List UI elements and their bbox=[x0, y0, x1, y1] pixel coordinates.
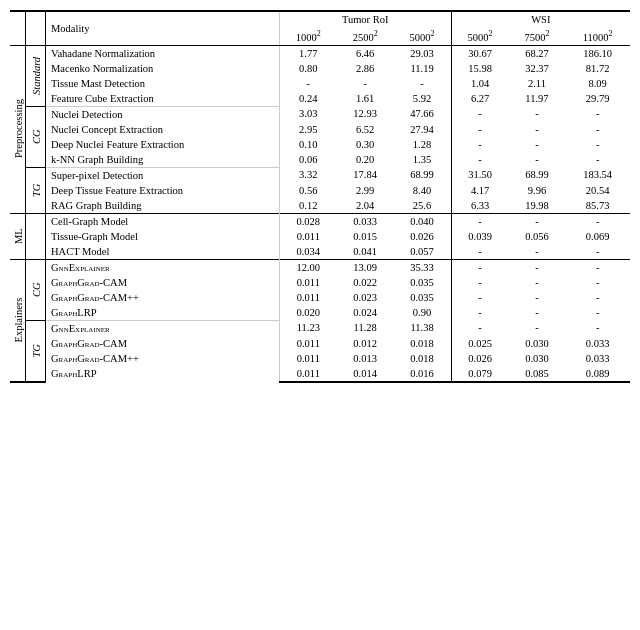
data-cell: 2.95 bbox=[279, 122, 337, 137]
row-name: Cell-Graph Model bbox=[46, 213, 280, 229]
data-cell: - bbox=[565, 137, 630, 152]
data-cell: 0.90 bbox=[394, 305, 452, 321]
data-cell: 0.035 bbox=[394, 275, 452, 290]
data-cell: 0.026 bbox=[394, 229, 452, 244]
data-cell: - bbox=[451, 244, 509, 260]
data-cell: - bbox=[509, 259, 566, 275]
data-cell: - bbox=[509, 122, 566, 137]
data-cell: 0.026 bbox=[451, 351, 509, 366]
data-cell: - bbox=[337, 76, 394, 91]
data-cell: - bbox=[565, 244, 630, 260]
data-cell: 0.10 bbox=[279, 137, 337, 152]
data-cell: 0.085 bbox=[509, 366, 566, 382]
data-cell: 32.37 bbox=[509, 61, 566, 76]
section-label-ml: ML bbox=[10, 213, 26, 259]
data-cell: 19.98 bbox=[509, 198, 566, 214]
row-name: Deep Nuclei Feature Extraction bbox=[46, 137, 280, 152]
data-cell: 30.67 bbox=[451, 45, 509, 61]
group-label-Standard: Standard bbox=[26, 45, 46, 106]
data-cell: 0.056 bbox=[509, 229, 566, 244]
data-cell: 35.33 bbox=[394, 259, 452, 275]
data-cell: 0.069 bbox=[565, 229, 630, 244]
section-label-explainers: Explainers bbox=[10, 259, 26, 382]
data-cell: - bbox=[451, 213, 509, 229]
data-cell: 6.46 bbox=[337, 45, 394, 61]
header-wsi-size-2: 75002 bbox=[509, 27, 566, 45]
row-name: Feature Cube Extraction bbox=[46, 91, 280, 107]
data-cell: - bbox=[565, 213, 630, 229]
data-cell: - bbox=[451, 259, 509, 275]
data-cell: 0.016 bbox=[394, 366, 452, 382]
row-name: Super-pixel Detection bbox=[46, 167, 280, 183]
data-cell: 8.40 bbox=[394, 183, 452, 198]
header-wsi-size-1: 50002 bbox=[451, 27, 509, 45]
data-cell: - bbox=[451, 137, 509, 152]
data-cell: 0.020 bbox=[279, 305, 337, 321]
group-label-TG: TG bbox=[26, 320, 46, 382]
row-name: GnnExplainer bbox=[46, 320, 280, 336]
data-cell: - bbox=[509, 137, 566, 152]
header-tumor-size-2: 25002 bbox=[337, 27, 394, 45]
data-cell: 0.057 bbox=[394, 244, 452, 260]
data-cell: 85.73 bbox=[565, 198, 630, 214]
data-cell: 25.6 bbox=[394, 198, 452, 214]
data-cell: 27.94 bbox=[394, 122, 452, 137]
data-cell: - bbox=[565, 320, 630, 336]
data-cell: - bbox=[565, 122, 630, 137]
data-cell: 68.27 bbox=[509, 45, 566, 61]
row-name: Tissue Mast Detection bbox=[46, 76, 280, 91]
data-cell: - bbox=[451, 290, 509, 305]
data-table: Modality Tumor RoI WSI 10002 25002 50002… bbox=[10, 10, 630, 383]
data-cell: - bbox=[279, 76, 337, 91]
data-cell: 0.030 bbox=[509, 351, 566, 366]
data-cell: 0.011 bbox=[279, 290, 337, 305]
data-cell: - bbox=[451, 122, 509, 137]
data-cell: 0.035 bbox=[394, 290, 452, 305]
data-cell: 13.09 bbox=[337, 259, 394, 275]
data-cell: 47.66 bbox=[394, 106, 452, 122]
group-label-none bbox=[26, 213, 46, 259]
data-cell: - bbox=[509, 213, 566, 229]
data-cell: 1.28 bbox=[394, 137, 452, 152]
data-cell: 11.38 bbox=[394, 320, 452, 336]
data-cell: 183.54 bbox=[565, 167, 630, 183]
data-cell: 0.012 bbox=[337, 336, 394, 351]
data-cell: 11.23 bbox=[279, 320, 337, 336]
data-cell: 0.12 bbox=[279, 198, 337, 214]
row-name: k-NN Graph Building bbox=[46, 152, 280, 168]
data-cell: 2.04 bbox=[337, 198, 394, 214]
data-cell: 0.030 bbox=[509, 336, 566, 351]
data-cell: 6.52 bbox=[337, 122, 394, 137]
data-cell: 0.20 bbox=[337, 152, 394, 168]
data-cell: 11.28 bbox=[337, 320, 394, 336]
row-name: HACT Model bbox=[46, 244, 280, 260]
data-cell: 1.77 bbox=[279, 45, 337, 61]
data-cell: - bbox=[451, 275, 509, 290]
data-cell: - bbox=[565, 305, 630, 321]
data-cell: 0.039 bbox=[451, 229, 509, 244]
corner-empty-inner bbox=[26, 11, 46, 45]
header-tumor-size-1: 10002 bbox=[279, 27, 337, 45]
data-cell: - bbox=[509, 244, 566, 260]
corner-empty-outer bbox=[10, 11, 26, 45]
data-cell: 0.011 bbox=[279, 229, 337, 244]
data-cell: - bbox=[451, 106, 509, 122]
data-cell: 15.98 bbox=[451, 61, 509, 76]
data-cell: 29.79 bbox=[565, 91, 630, 107]
data-cell: 0.033 bbox=[565, 351, 630, 366]
data-cell: - bbox=[509, 320, 566, 336]
data-cell: 0.014 bbox=[337, 366, 394, 382]
header-tumor-roi: Tumor RoI bbox=[279, 11, 451, 27]
data-cell: 0.040 bbox=[394, 213, 452, 229]
data-cell: 0.033 bbox=[337, 213, 394, 229]
group-label-CG: CG bbox=[26, 106, 46, 167]
data-cell: 20.54 bbox=[565, 183, 630, 198]
data-cell: - bbox=[509, 290, 566, 305]
data-cell: 0.015 bbox=[337, 229, 394, 244]
data-cell: 2.11 bbox=[509, 76, 566, 91]
data-cell: 1.61 bbox=[337, 91, 394, 107]
data-cell: 0.30 bbox=[337, 137, 394, 152]
data-cell: - bbox=[509, 305, 566, 321]
data-cell: - bbox=[509, 106, 566, 122]
data-cell: 0.034 bbox=[279, 244, 337, 260]
